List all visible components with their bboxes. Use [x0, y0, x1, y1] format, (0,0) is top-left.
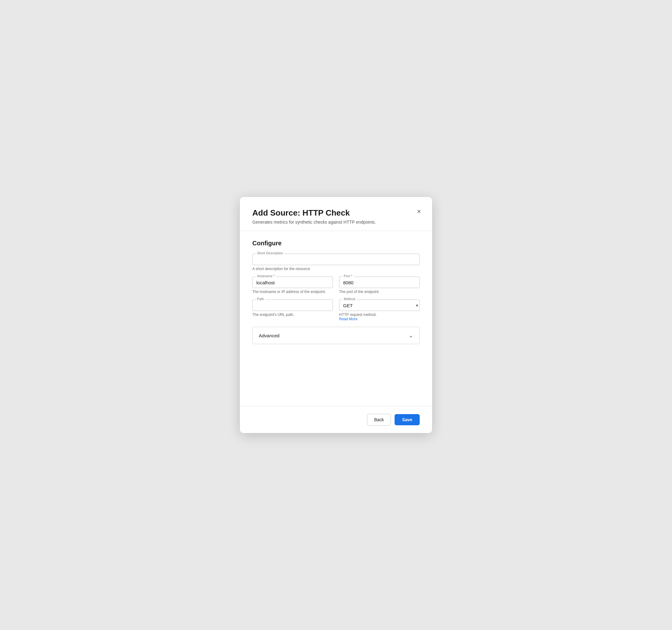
- method-hint: HTTP request method. Read More: [339, 312, 420, 321]
- modal-footer: Back Save: [240, 406, 432, 433]
- modal-title: Add Source: HTTP Check: [252, 208, 420, 218]
- path-field-wrapper: Path: [252, 300, 333, 311]
- short-description-input[interactable]: [256, 256, 416, 263]
- port-col: Port The port of the endpoint.: [339, 277, 420, 294]
- advanced-section: Advanced ⌄: [252, 327, 420, 344]
- port-hint: The port of the endpoint.: [339, 289, 420, 294]
- configure-section-title: Configure: [252, 240, 420, 247]
- path-label: Path: [256, 297, 265, 301]
- hostname-label: Hostname: [256, 274, 276, 278]
- short-description-field-wrapper: Short Description: [252, 254, 420, 265]
- method-select-arrow-icon: ▾: [416, 303, 418, 308]
- short-description-hint: A short description for the resource: [252, 267, 420, 271]
- modal-dialog: Add Source: HTTP Check Generates metrics…: [240, 197, 432, 433]
- back-button[interactable]: Back: [367, 414, 391, 426]
- close-button[interactable]: ×: [416, 207, 422, 216]
- path-col: Path The endpoint's URL path.: [252, 300, 333, 321]
- port-input[interactable]: [343, 279, 416, 286]
- method-col: Method GET POST PUT DELETE PATCH HEAD OP…: [339, 300, 420, 321]
- path-input[interactable]: [256, 302, 329, 309]
- path-method-row: Path The endpoint's URL path. Method GET…: [252, 300, 420, 321]
- modal-body: Configure Short Description A short desc…: [240, 231, 432, 344]
- hostname-hint: The hostname or IP address of the endpoi…: [252, 289, 333, 294]
- hostname-input[interactable]: [256, 279, 329, 286]
- method-select[interactable]: GET POST PUT DELETE PATCH HEAD OPTIONS: [343, 302, 416, 309]
- path-hint: The endpoint's URL path.: [252, 312, 333, 317]
- save-button[interactable]: Save: [394, 414, 420, 425]
- short-description-group: Short Description A short description fo…: [252, 254, 420, 271]
- hostname-field-wrapper: Hostname: [252, 277, 333, 288]
- hostname-port-row: Hostname The hostname or IP address of t…: [252, 277, 420, 294]
- short-description-label: Short Description: [256, 251, 284, 255]
- method-hint-text: HTTP request method.: [339, 312, 377, 317]
- hostname-col: Hostname The hostname or IP address of t…: [252, 277, 333, 294]
- port-field-wrapper: Port: [339, 277, 420, 288]
- chevron-down-icon: ⌄: [409, 332, 413, 339]
- modal-overlay: Add Source: HTTP Check Generates metrics…: [13, 197, 659, 433]
- port-label: Port: [342, 274, 354, 278]
- method-label: Method: [342, 297, 357, 301]
- advanced-label: Advanced: [259, 333, 280, 338]
- advanced-toggle[interactable]: Advanced ⌄: [253, 327, 419, 344]
- method-field-wrapper: Method GET POST PUT DELETE PATCH HEAD OP…: [339, 300, 420, 311]
- modal-subtitle: Generates metrics for synthetic checks a…: [252, 220, 420, 225]
- modal-header: Add Source: HTTP Check Generates metrics…: [240, 197, 432, 231]
- read-more-link[interactable]: Read More: [339, 317, 357, 321]
